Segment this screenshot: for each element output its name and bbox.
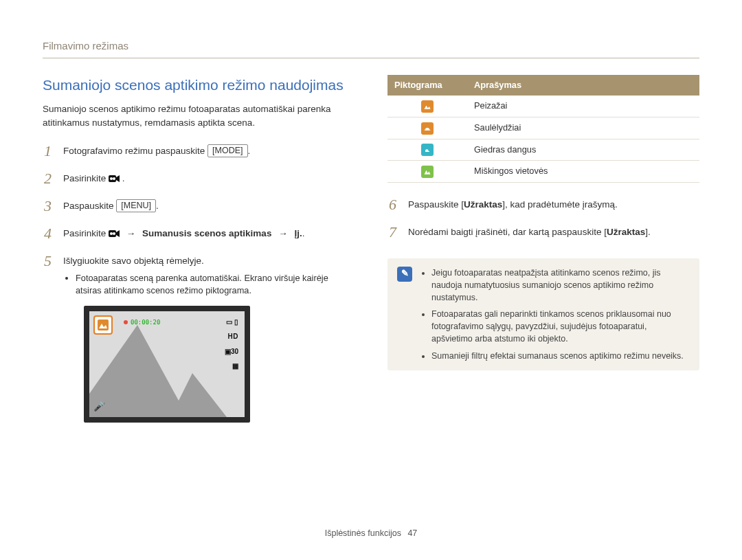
info-item: Jeigu fotoaparatas neatpažįsta atitinkam…: [431, 267, 690, 304]
icon-cell: [387, 161, 467, 183]
step-6: Paspauskite [Užraktas], kad pradėtumėte …: [387, 195, 699, 219]
step-text: Paspauskite: [63, 201, 116, 211]
step-text: Pasirinkite: [63, 228, 109, 238]
page-number: 47: [407, 528, 417, 538]
table-header-icon: Piktograma: [387, 75, 467, 96]
page-footer: Išplėstinės funkcijos 47: [0, 527, 742, 539]
step-2: Pasirinkite .: [43, 169, 355, 192]
footer-label: Išplėstinės funkcijos: [325, 528, 401, 538]
left-column: Sumaniojo scenos aptikimo režimo naudoji…: [43, 75, 355, 425]
landscape-icon: [421, 100, 434, 113]
sky-icon: [421, 144, 434, 156]
info-icon: ✎: [397, 267, 412, 282]
info-item: Sumanieji filtrų efektai sumanaus scenos…: [431, 350, 690, 362]
steps-list-right: Paspauskite [Užraktas], kad pradėtumėte …: [387, 195, 699, 246]
video-mode-icon: [109, 228, 120, 242]
elapsed-time: 00:00:20: [131, 318, 160, 327]
step-4: Pasirinkite → Sumanusis scenos aptikimas…: [43, 224, 355, 247]
arrow-right-icon: →: [278, 228, 288, 238]
camera-preview: 00:00:20 ▭ ▯ HD ▣30 ▦ 🎤: [84, 306, 250, 423]
desc-cell: Miškingos vietovės: [467, 161, 699, 183]
table-row: Peizažai: [387, 96, 699, 117]
step-5-note: Fotoaparatas sceną parenka automatiškai.…: [76, 272, 355, 298]
record-dot-icon: [124, 320, 128, 324]
right-column: Piktograma Aprašymas PeizažaiSaulėlydžia…: [387, 75, 699, 425]
svg-point-2: [113, 177, 115, 180]
table-row: Miškingos vietovės: [387, 161, 699, 183]
step-text: Pasirinkite: [63, 173, 109, 183]
page-title: Sumaniojo scenos aptikimo režimo naudoji…: [43, 75, 355, 96]
hd-badge: HD: [226, 331, 240, 343]
recording-time: 00:00:20: [124, 318, 160, 327]
menu-button-label: [MENU]: [116, 199, 156, 212]
svg-point-4: [110, 232, 113, 235]
scene-icon-table: Piktograma Aprašymas PeizažaiSaulėlydžia…: [387, 75, 699, 183]
grid-icon: ▦: [230, 361, 240, 372]
icon-cell: [387, 117, 467, 139]
option-name: Sumanusis scenos aptikimas: [142, 228, 271, 238]
step-3: Paspauskite [MENU].: [43, 197, 355, 220]
shutter-label: Užraktas: [464, 199, 502, 210]
intro-text: Sumaniojo scenos aptikimo režimu fotoapa…: [43, 102, 355, 129]
svg-point-1: [110, 177, 113, 180]
landscape-icon: [98, 320, 109, 331]
step-text: Paspauskite [: [408, 199, 464, 210]
icon-cell: [387, 96, 467, 117]
icon-cell: [387, 139, 467, 161]
fps-badge: ▣30: [223, 346, 240, 358]
table-header-desc: Aprašymas: [467, 75, 699, 96]
step-text: Norėdami baigti įrašinėti, dar kartą pas…: [408, 227, 607, 237]
section-label: Filmavimo režimas: [43, 38, 699, 54]
step-1: Fotografavimo režimu paspauskite [MODE].: [43, 142, 355, 165]
info-list: Jeigu fotoaparatas neatpažįsta atitinkam…: [420, 267, 690, 362]
step-5-sublist: Fotoaparatas sceną parenka automatiškai.…: [76, 272, 355, 298]
battery-icon: ▭ ▯: [224, 317, 240, 328]
mode-button-label: [MODE]: [207, 144, 247, 157]
svg-point-5: [113, 232, 115, 235]
table-row: Giedras dangus: [387, 139, 699, 161]
svg-rect-7: [98, 320, 109, 331]
divider: [43, 58, 699, 58]
step-7: Norėdami baigti įrašinėti, dar kartą pas…: [387, 223, 699, 246]
mic-icon: 🎤: [93, 399, 105, 413]
shutter-label: Užraktas: [607, 227, 645, 237]
info-box: ✎ Jeigu fotoaparatas neatpažįsta atitink…: [387, 258, 699, 370]
step-text: Išlygiuokite savo objektą rėmelyje.: [63, 256, 204, 266]
forest-icon: [421, 166, 434, 178]
table-row: Saulėlydžiai: [387, 117, 699, 139]
info-item: Fotoaparatas gali neparinkti tinkamos sc…: [431, 308, 690, 345]
desc-cell: Giedras dangus: [467, 139, 699, 161]
video-mode-icon: [109, 173, 120, 187]
sunset-icon: [421, 122, 434, 135]
step-text: Fotografavimo režimu paspauskite: [63, 146, 207, 156]
step-5: Išlygiuokite savo objektą rėmelyje. Foto…: [43, 251, 355, 425]
desc-cell: Saulėlydžiai: [467, 117, 699, 139]
scene-badge: [93, 315, 113, 335]
desc-cell: Peizažai: [467, 96, 699, 117]
arrow-right-icon: →: [126, 228, 136, 238]
option-on: Įj.: [294, 228, 302, 238]
steps-list-left: Fotografavimo režimu paspauskite [MODE].…: [43, 142, 355, 425]
